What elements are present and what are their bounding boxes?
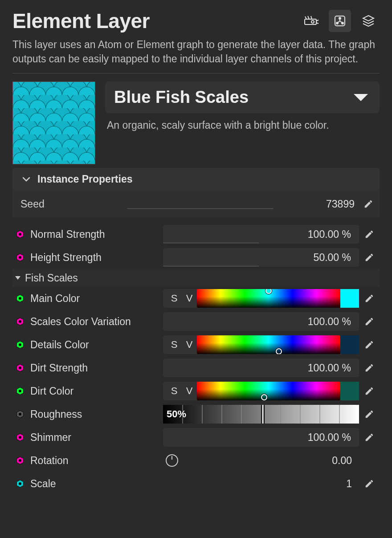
node-icon: [15, 409, 25, 419]
color-input[interactable]: S V: [163, 289, 359, 308]
color-input[interactable]: S V: [163, 382, 359, 400]
svg-point-19: [19, 320, 21, 323]
pencil-icon[interactable]: [364, 317, 374, 326]
param-roughness: Roughness 50%: [12, 403, 380, 426]
triangle-down-icon: [15, 276, 20, 280]
header: Element Layer: [12, 9, 380, 33]
seed-input[interactable]: 73899: [127, 198, 357, 210]
page-title: Element Layer: [12, 9, 150, 33]
param-label: Dirt Color: [30, 385, 158, 397]
percent-input[interactable]: 100.00 %: [163, 428, 359, 447]
seed-label: Seed: [19, 198, 121, 210]
preset-row: Blue Fish Scales An organic, scaly surfa…: [12, 82, 380, 164]
svg-point-25: [19, 390, 21, 392]
param-label: Roughness: [30, 408, 158, 420]
svg-point-38: [19, 436, 21, 439]
node-icon: [15, 293, 25, 303]
dial-icon[interactable]: [166, 454, 178, 467]
graph-icon[interactable]: [329, 10, 351, 32]
pencil-icon[interactable]: [364, 479, 374, 489]
param-rotation: Rotation 0.00: [12, 449, 380, 472]
node-icon: [15, 317, 25, 326]
pencil-icon[interactable]: [363, 199, 373, 209]
node-icon: [15, 253, 25, 262]
saturation-button: S: [167, 385, 182, 397]
pencil-icon[interactable]: [364, 386, 374, 396]
rotation-input[interactable]: 0.00: [163, 451, 359, 470]
percent-input[interactable]: 100.00 %: [163, 359, 359, 377]
node-icon: [15, 340, 25, 350]
node-icon: [15, 386, 25, 396]
svg-point-3: [339, 17, 341, 19]
svg-point-40: [19, 459, 21, 462]
value-button[interactable]: V: [182, 293, 197, 304]
roughness-slider[interactable]: 50%: [163, 405, 359, 424]
instance-properties-section: Instance Properties Seed 73899: [12, 168, 380, 217]
svg-point-42: [19, 482, 21, 485]
pencil-icon[interactable]: [364, 432, 374, 442]
svg-point-17: [19, 297, 21, 300]
preset-name: Blue Fish Scales: [114, 88, 249, 107]
percent-input[interactable]: 100.00 %: [163, 312, 359, 331]
svg-point-23: [19, 367, 21, 369]
svg-point-13: [19, 233, 21, 236]
param-dirt-strength: Dirt Strength 100.00 %: [12, 356, 380, 379]
divider: [12, 73, 380, 73]
svg-point-1: [311, 20, 314, 23]
roughness-value: 50%: [163, 408, 186, 420]
projector-icon[interactable]: [300, 10, 323, 32]
section-header-instance[interactable]: Instance Properties: [12, 168, 380, 191]
scale-input[interactable]: 1: [163, 474, 359, 493]
preset-description: An organic, scaly surface with a bright …: [105, 119, 380, 131]
pencil-icon[interactable]: [364, 293, 374, 303]
hue-slider[interactable]: [197, 289, 340, 308]
pencil-icon[interactable]: [364, 253, 374, 262]
subgroup-label: Fish Scales: [25, 272, 78, 284]
param-label: Scale: [30, 478, 158, 490]
param-details-color: Details Color S V: [12, 333, 380, 356]
param-scales-variation: Scales Color Variation 100.00 %: [12, 310, 380, 333]
svg-point-27: [19, 413, 21, 416]
layers-icon[interactable]: [357, 10, 380, 32]
param-label: Details Color: [30, 339, 158, 351]
color-swatch[interactable]: [340, 335, 359, 354]
chevron-down-icon: [22, 177, 30, 182]
scale-value: 1: [163, 478, 355, 490]
saturation-button[interactable]: S: [167, 293, 182, 304]
layer-description: This layer uses an Atom or Element graph…: [12, 37, 380, 66]
hue-slider[interactable]: [197, 335, 340, 354]
param-label: Height Strength: [30, 252, 158, 264]
pencil-icon[interactable]: [364, 409, 374, 419]
param-label: Shimmer: [30, 432, 158, 444]
svg-point-21: [19, 343, 21, 346]
percent-input[interactable]: 50.00 %: [163, 248, 359, 267]
color-swatch[interactable]: [340, 382, 359, 400]
pencil-icon[interactable]: [364, 363, 374, 373]
seed-row: Seed 73899: [12, 192, 380, 216]
rotation-value: 0.00: [182, 455, 355, 467]
pencil-icon[interactable]: [364, 340, 374, 350]
param-normal-strength: Normal Strength 100.00 %: [12, 223, 380, 246]
preset-dropdown[interactable]: Blue Fish Scales: [105, 82, 380, 113]
value-button[interactable]: V: [182, 385, 197, 397]
subgroup-fish-scales[interactable]: Fish Scales: [12, 269, 380, 287]
header-toolbar: [300, 10, 380, 32]
node-icon: [15, 432, 25, 442]
saturation-button[interactable]: S: [167, 339, 182, 351]
svg-rect-11: [13, 82, 95, 164]
pencil-icon[interactable]: [364, 229, 374, 239]
svg-rect-0: [305, 19, 316, 24]
preset-thumbnail[interactable]: [12, 82, 95, 164]
parameters: Normal Strength 100.00 % Height Strength…: [12, 223, 380, 495]
node-icon: [15, 479, 25, 489]
param-label: Dirt Strength: [30, 362, 158, 374]
color-input[interactable]: S V: [163, 335, 359, 354]
param-scale: Scale 1: [12, 472, 380, 495]
color-swatch[interactable]: [340, 289, 359, 308]
percent-input[interactable]: 100.00 %: [163, 225, 359, 244]
value-button[interactable]: V: [182, 339, 197, 351]
node-icon: [15, 456, 25, 465]
seed-value: 73899: [326, 198, 355, 210]
hue-slider[interactable]: [197, 382, 340, 400]
param-main-color: Main Color S V: [12, 287, 380, 310]
